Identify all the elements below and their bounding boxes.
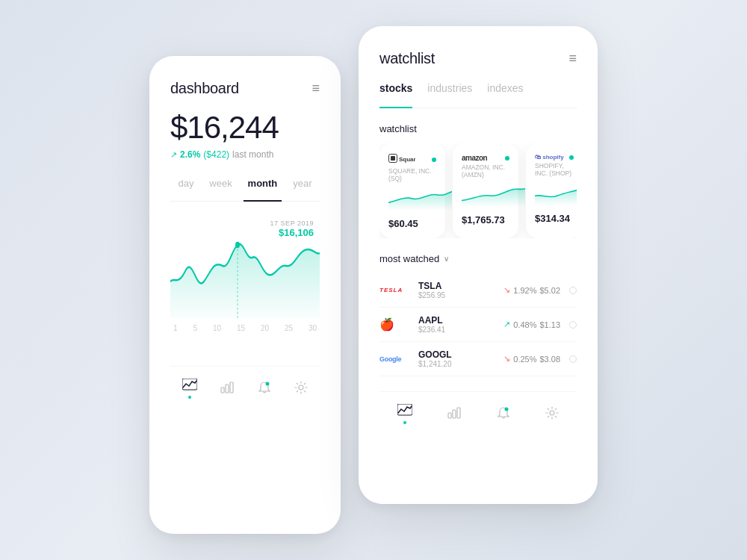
amzn-name: AMAZON, INC. (AMZN)	[462, 164, 509, 178]
list-item-googl[interactable]: Google GOOGL $1,241.20 ↘ 0.25% $3.08	[379, 342, 577, 376]
tsla-change: ↘ 1.92% $5.02	[503, 285, 560, 295]
bell-icon	[258, 381, 271, 396]
amzn-mini-chart	[462, 183, 525, 207]
googl-down-arrow: ↘	[503, 354, 510, 364]
dashboard-panel: dashboard ≡ $16,244 ↗ 2.6% ($422) last m…	[149, 56, 341, 534]
sq-mini-chart	[388, 187, 452, 211]
nav-bar-chart[interactable]	[220, 382, 234, 396]
svg-text:Square: Square	[399, 156, 415, 163]
most-watched-label: most watched	[379, 253, 439, 264]
tesla-logo: TESLA	[379, 287, 412, 293]
shop-price: $314.34	[535, 213, 574, 224]
tab-industries[interactable]: industries	[427, 82, 472, 100]
settings-icon	[294, 381, 308, 396]
watchlist-bottom-nav	[379, 391, 577, 424]
svg-point-7	[299, 385, 303, 390]
watchlist-panel: watchlist ≡ stocks industries indexes wa…	[359, 26, 598, 504]
dashboard-bottom-nav	[170, 366, 320, 399]
svg-rect-4	[226, 385, 229, 393]
svg-rect-3	[221, 388, 224, 393]
tsla-info: TSLA $256.95	[418, 281, 498, 299]
shopify-logo: 🛍 shopify	[535, 154, 564, 161]
nav-active-dot	[188, 396, 191, 399]
wl-chart-line-icon	[397, 404, 412, 418]
list-item-tsla[interactable]: TESLA TSLA $256.95 ↘ 1.92% $5.02	[379, 273, 577, 308]
aapl-up-arrow: ↗	[503, 320, 510, 329]
filter-week[interactable]: week	[205, 175, 236, 192]
square-logo: Square	[388, 154, 415, 166]
dashboard-menu-icon[interactable]: ≡	[311, 81, 320, 96]
googl-abs: $3.08	[539, 355, 560, 364]
change-amt: ($422)	[203, 149, 229, 160]
wl-nav-active-dot	[403, 421, 406, 424]
filter-month[interactable]: month	[244, 175, 282, 202]
chevron-down-icon[interactable]: ∨	[444, 255, 449, 263]
wl-nav-settings[interactable]	[545, 406, 559, 422]
watchlist-title: watchlist	[379, 50, 435, 67]
stock-card-shop[interactable]: 🛍 shopify SHOPIFY, INC. (SHOP)	[526, 143, 577, 238]
svg-point-16	[550, 411, 554, 415]
stock-card-sq[interactable]: Square SQUARE, INC. (SQ)	[379, 143, 445, 238]
googl-change: ↘ 0.25% $3.08	[503, 354, 560, 364]
watchlist-section-label: watchlist	[379, 123, 577, 134]
svg-rect-12	[448, 413, 451, 418]
amazon-logo: amazon	[462, 154, 487, 162]
tab-indexes[interactable]: indexes	[487, 82, 523, 100]
balance-change: ↗ 2.6% ($422) last month	[170, 149, 320, 160]
nav-chart[interactable]	[182, 379, 197, 399]
balance-value: $16,244	[170, 110, 279, 145]
googl-info: GOOGL $1,241.20	[418, 349, 498, 368]
svg-point-15	[504, 408, 508, 411]
time-filter-bar: day week month year	[170, 175, 320, 202]
wl-nav-bar-chart[interactable]	[447, 407, 461, 421]
stock-cards-container: Square SQUARE, INC. (SQ)	[379, 143, 577, 253]
dashboard-title: dashboard	[170, 80, 239, 97]
svg-rect-13	[453, 410, 456, 418]
wl-bar-chart-icon	[447, 407, 461, 421]
balance-section: $16,244 ↗ 2.6% ($422) last month	[170, 112, 320, 160]
chart-area: 17 SEP 2019 $16,106 151015202530	[170, 214, 320, 348]
tsla-price-sub: $256.95	[418, 291, 498, 299]
stock-card-amzn[interactable]: amazon AMAZON, INC. (AMZN)	[453, 143, 518, 238]
amzn-status-dot	[505, 156, 509, 161]
shop-name: SHOPIFY, INC. (SHOP)	[535, 162, 574, 177]
list-item-aapl[interactable]: 🍎 AAPL $236.41 ↗ 0.48% $1.13	[379, 308, 577, 342]
tooltip-price: $16,106	[270, 227, 314, 238]
aapl-pct: 0.48%	[513, 320, 536, 329]
svg-rect-5	[230, 382, 233, 393]
apple-logo: 🍎	[379, 317, 412, 332]
tsla-pct: 1.92%	[513, 286, 536, 295]
nav-bell[interactable]	[258, 381, 271, 396]
aapl-info: AAPL $236.41	[418, 315, 498, 334]
aapl-circle	[569, 321, 577, 329]
shop-status-dot	[569, 155, 574, 160]
change-label: last month	[232, 149, 273, 160]
aapl-price-sub: $236.41	[418, 326, 498, 334]
sq-name: SQUARE, INC. (SQ)	[388, 167, 436, 182]
wl-nav-bell[interactable]	[497, 406, 510, 422]
tsla-circle	[569, 287, 577, 294]
chart-x-axis: 151015202530	[170, 324, 320, 332]
svg-rect-9	[391, 156, 395, 161]
wl-nav-chart[interactable]	[397, 404, 412, 424]
googl-price-sub: $1,241.20	[418, 360, 498, 368]
tooltip-date: 17 SEP 2019	[270, 220, 314, 227]
google-logo: Google	[379, 355, 412, 363]
googl-circle	[569, 355, 577, 363]
chart-tooltip: 17 SEP 2019 $16,106	[270, 220, 314, 238]
svg-rect-14	[457, 408, 460, 418]
shop-mini-chart	[535, 181, 577, 205]
chart-line-icon	[182, 379, 197, 393]
tab-stocks[interactable]: stocks	[379, 82, 412, 108]
up-arrow-icon: ↗	[170, 150, 177, 160]
filter-day[interactable]: day	[173, 175, 198, 192]
bar-chart-icon	[220, 382, 234, 396]
watchlist-menu-icon[interactable]: ≡	[568, 51, 577, 66]
filter-year[interactable]: year	[288, 175, 316, 192]
aapl-abs: $1.13	[539, 320, 560, 329]
watchlist-tabs: stocks industries indexes	[379, 82, 577, 108]
nav-settings[interactable]	[294, 381, 308, 396]
googl-ticker: GOOGL	[418, 349, 498, 360]
svg-point-6	[265, 382, 269, 386]
sq-price: $60.45	[388, 218, 436, 229]
